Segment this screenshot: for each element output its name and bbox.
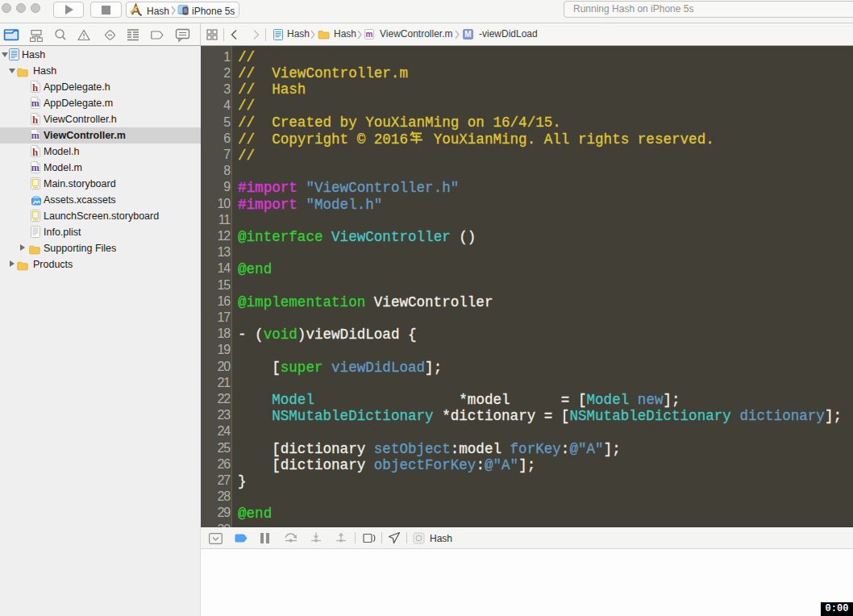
svg-text:m: m — [31, 98, 40, 109]
svg-text:m: m — [31, 130, 40, 141]
svg-text:h: h — [32, 146, 39, 158]
svg-text:h: h — [32, 81, 39, 94]
svg-text:h: h — [32, 114, 39, 126]
svg-text:m: m — [31, 162, 40, 173]
